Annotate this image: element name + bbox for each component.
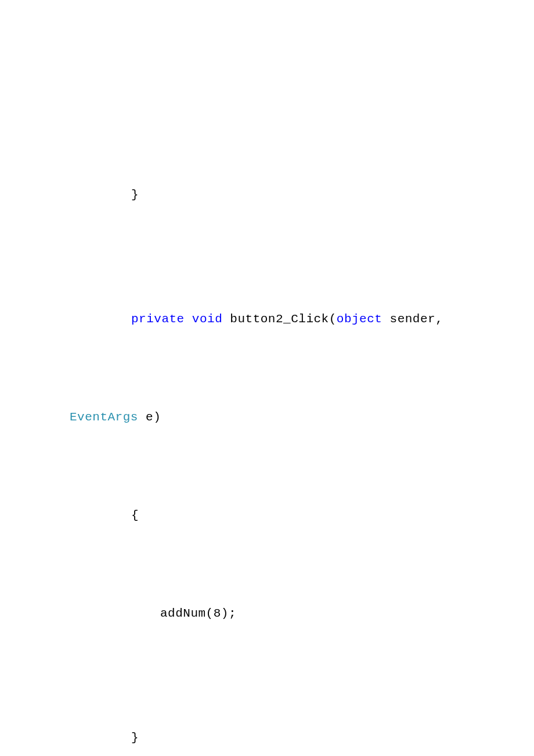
statement-text: addNum(8); bbox=[160, 607, 236, 620]
brace-text: } bbox=[131, 188, 139, 201]
keyword-private: private bbox=[131, 312, 185, 326]
method-signature-button2: private void button2_Click(object sender… bbox=[70, 310, 488, 329]
param-end: e) bbox=[138, 411, 161, 424]
method-name: button2_Click( bbox=[230, 312, 336, 326]
open-brace-line: { bbox=[70, 506, 488, 525]
code-block: } private void button2_Click(object send… bbox=[70, 131, 488, 756]
close-brace-line: } bbox=[70, 729, 488, 747]
close-brace-line: } bbox=[70, 186, 488, 204]
keyword-object: object bbox=[337, 312, 383, 326]
keyword-void: void bbox=[192, 312, 222, 326]
method-body-line: addNum(8); bbox=[70, 604, 488, 623]
brace-text: } bbox=[131, 731, 139, 744]
method-signature-line2: EventArgs e) bbox=[70, 408, 488, 427]
brace-text: { bbox=[131, 509, 139, 522]
param-sender: sender, bbox=[382, 312, 450, 326]
type-eventargs: EventArgs bbox=[70, 411, 138, 424]
